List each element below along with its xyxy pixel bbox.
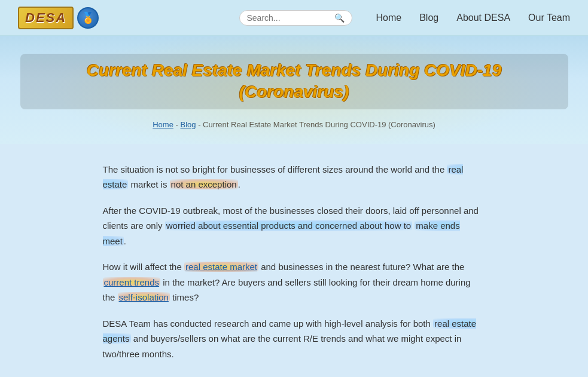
highlight-real-estate-market: real estate market <box>184 262 258 272</box>
breadcrumb-blog[interactable]: Blog <box>180 120 196 129</box>
highlight-agents: real estate agents <box>103 318 477 344</box>
search-input[interactable] <box>247 13 331 23</box>
highlight-essential: worried about essential products and con… <box>165 220 412 231</box>
highlight-not-exception: not an exception <box>170 179 238 189</box>
paragraph-2: After the COVID-19 outbreak, most of the… <box>103 203 486 249</box>
main-nav: Home Blog About DESA Our Team <box>376 13 571 23</box>
page-title: Current Real Estate Market Trends During… <box>25 56 563 107</box>
highlight-real-estate-1: real estate <box>103 164 464 190</box>
nav-item-home[interactable]: Home <box>376 13 402 23</box>
paragraph-4: DESA Team has conducted research and cam… <box>103 316 486 362</box>
logo-box[interactable]: DESA <box>18 7 74 29</box>
site-header: DESA 🏅 🔍 Home Blog About DESA Our Team <box>0 0 588 36</box>
breadcrumb: Home - Blog - Current Real Estate Market… <box>12 120 576 129</box>
logo-text: DESA <box>25 10 66 25</box>
search-button[interactable]: 🔍 <box>334 13 345 23</box>
nav-item-about[interactable]: About DESA <box>456 13 510 23</box>
main-content: The situation is not so bright for busin… <box>91 162 498 377</box>
nav-item-team[interactable]: Our Team <box>528 13 570 23</box>
intro-section: The situation is not so bright for busin… <box>103 162 486 362</box>
logo-area: DESA 🏅 <box>18 7 99 29</box>
hero-title-wrap: Current Real Estate Market Trends During… <box>20 54 568 109</box>
paragraph-3: How it will affect the real estate marke… <box>103 259 486 305</box>
paragraph-1: The situation is not so bright for busin… <box>103 162 486 192</box>
search-area: 🔍 <box>239 10 352 26</box>
breadcrumb-sep2: - <box>198 120 203 129</box>
highlight-self-isolation: self-isolation <box>118 292 170 302</box>
nav-item-blog[interactable]: Blog <box>419 13 438 23</box>
hero-section: Current Real Estate Market Trends During… <box>0 36 588 144</box>
highlight-current-trends: current trends <box>103 277 161 287</box>
logo-icon: 🏅 <box>77 7 99 29</box>
breadcrumb-current: Current Real Estate Market Trends During… <box>203 120 435 129</box>
breadcrumb-home[interactable]: Home <box>153 120 173 129</box>
